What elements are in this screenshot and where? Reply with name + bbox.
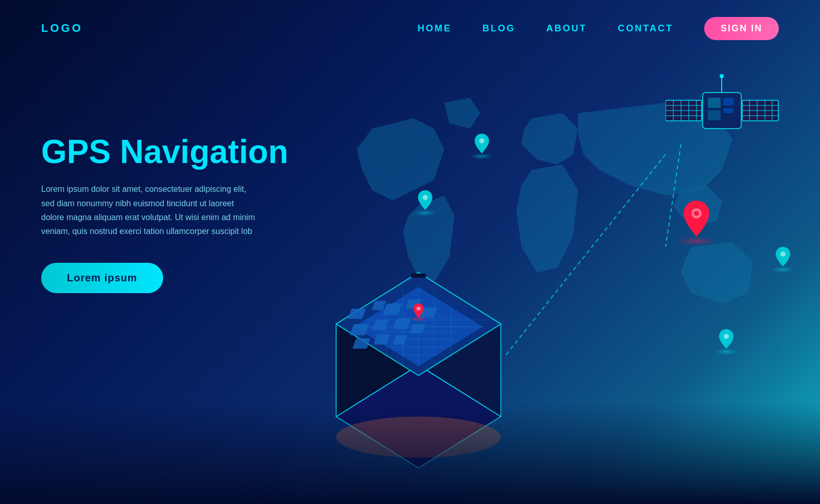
gps-pin-europe xyxy=(676,201,717,246)
nav-about[interactable]: ABOUT xyxy=(546,23,587,34)
svg-rect-54 xyxy=(411,274,426,278)
hero-description: Lorem ipsum dolor sit amet, consectetuer… xyxy=(41,182,257,238)
bottom-overlay xyxy=(0,401,820,504)
nav-logo[interactable]: LOGO xyxy=(41,22,83,35)
svg-rect-14 xyxy=(723,108,734,113)
satellite-icon xyxy=(666,72,779,165)
nav-links: HOME BLOG ABOUT CONTACT SIGN IN xyxy=(417,17,779,40)
svg-point-26 xyxy=(694,211,699,216)
gps-pin-west xyxy=(413,190,437,216)
svg-point-28 xyxy=(423,195,428,200)
hero-title: GPS Navigation xyxy=(41,134,299,170)
svg-point-55 xyxy=(416,307,421,311)
svg-point-27 xyxy=(479,138,484,143)
gps-pin-north xyxy=(470,134,493,159)
svg-rect-11 xyxy=(708,98,721,108)
navbar: LOGO HOME BLOG ABOUT CONTACT SIGN IN xyxy=(0,0,820,57)
svg-point-29 xyxy=(780,251,786,257)
nav-contact[interactable]: CONTACT xyxy=(618,23,673,34)
nav-home[interactable]: HOME xyxy=(417,23,451,34)
nav-blog[interactable]: BLOG xyxy=(482,23,515,34)
gps-pin-east xyxy=(771,247,794,273)
svg-rect-12 xyxy=(708,110,721,120)
svg-point-30 xyxy=(724,334,729,339)
svg-point-56 xyxy=(412,317,425,321)
hero-section: GPS Navigation Lorem ipsum dolor sit ame… xyxy=(41,134,299,293)
signin-button[interactable]: SIGN IN xyxy=(704,17,779,40)
gps-pin-southeast xyxy=(714,329,738,355)
svg-rect-13 xyxy=(723,98,734,105)
svg-point-24 xyxy=(720,74,724,78)
cta-button[interactable]: Lorem ipsum xyxy=(41,263,163,293)
